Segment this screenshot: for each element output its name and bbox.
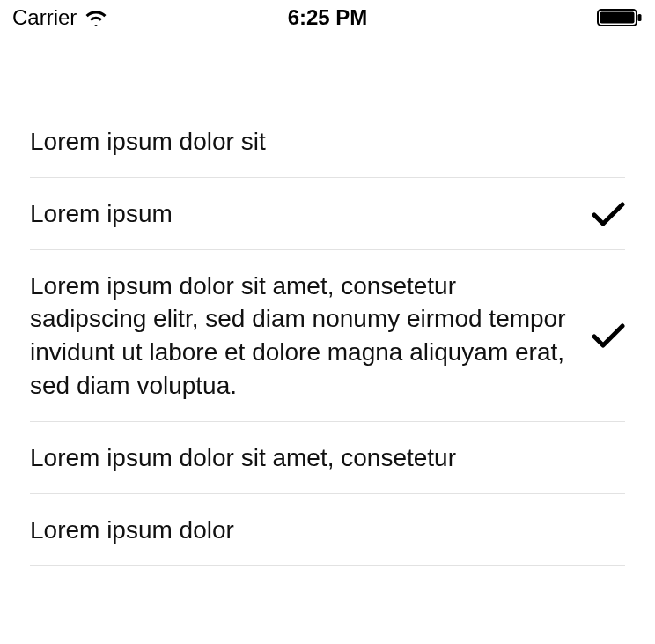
status-bar: Carrier 6:25 PM [0,0,655,35]
checkmark-icon [585,322,625,349]
svg-rect-1 [600,12,635,24]
list-item-label: Lorem ipsum dolor sit [30,125,585,159]
carrier-label: Carrier [12,5,77,30]
status-left: Carrier [12,5,108,30]
svg-rect-2 [638,14,642,21]
selectable-list: Lorem ipsum dolor sit Lorem ipsum Lorem … [0,106,655,566]
list-item[interactable]: Lorem ipsum dolor sit [0,106,655,178]
list-item[interactable]: Lorem ipsum dolor [0,494,655,566]
list-item-label: Lorem ipsum dolor sit amet, consetetur s… [30,270,585,403]
list-item-label: Lorem ipsum [30,197,585,231]
list-item-label: Lorem ipsum dolor sit amet, consetetur [30,441,585,475]
checkmark-icon [585,201,625,227]
list-item[interactable]: Lorem ipsum [0,178,655,250]
battery-icon [597,8,643,27]
status-right [597,8,643,27]
list-item[interactable]: Lorem ipsum dolor sit amet, consetetur [0,422,655,494]
list-item-label: Lorem ipsum dolor [30,514,585,547]
wifi-icon [84,9,108,26]
list-item[interactable]: Lorem ipsum dolor sit amet, consetetur s… [0,250,655,422]
